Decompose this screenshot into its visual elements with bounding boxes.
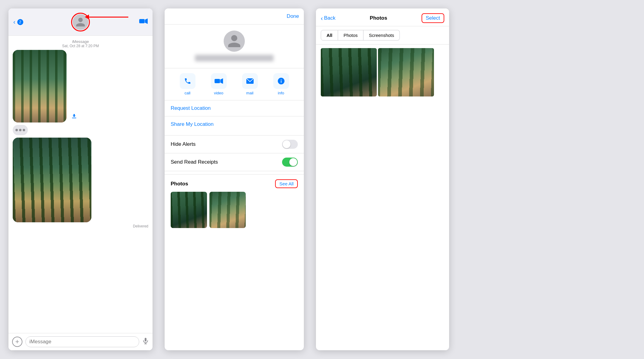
contact-info-area bbox=[165, 24, 304, 68]
back-chevron-icon-3: ‹ bbox=[321, 15, 323, 22]
request-location-item[interactable]: Request Location bbox=[165, 100, 304, 116]
photos-back-button[interactable]: ‹ Back bbox=[321, 15, 335, 22]
photos-gallery-panel: ‹ Back Photos Select All Photos Screensh… bbox=[316, 8, 449, 350]
done-button[interactable]: Done bbox=[287, 13, 299, 19]
contact-detail-header: Done bbox=[165, 8, 304, 24]
call-action-label: call bbox=[185, 91, 191, 95]
photo-thumbnail-2[interactable] bbox=[209, 192, 246, 228]
photos-section-title: Photos bbox=[171, 181, 188, 187]
gallery-grid bbox=[316, 44, 449, 100]
info-action-label: info bbox=[278, 91, 284, 95]
download-icon bbox=[71, 113, 77, 119]
message-image-1 bbox=[13, 50, 67, 122]
back-label-3: Back bbox=[324, 15, 336, 21]
call-action-button[interactable]: call bbox=[176, 73, 200, 95]
video-action-icon bbox=[215, 78, 223, 84]
settings-toggles: Hide Alerts Send Read Receipts bbox=[165, 135, 304, 171]
mail-action-label: mail bbox=[246, 91, 254, 95]
svg-rect-10 bbox=[281, 80, 281, 83]
forest-photo-2 bbox=[13, 138, 91, 222]
add-attachment-button[interactable]: + bbox=[12, 337, 22, 347]
photos-gallery-title: Photos bbox=[370, 15, 387, 21]
svg-rect-6 bbox=[215, 79, 220, 83]
svg-marker-7 bbox=[220, 78, 223, 84]
download-button[interactable] bbox=[69, 111, 79, 121]
mic-button[interactable] bbox=[142, 338, 149, 346]
typing-dot-1 bbox=[15, 129, 18, 131]
video-icon-wrap bbox=[211, 73, 227, 89]
mail-action-button[interactable]: mail bbox=[238, 73, 262, 95]
message-image-2 bbox=[13, 138, 91, 222]
video-action-label: video bbox=[214, 91, 223, 95]
photo-thumb-forest-2 bbox=[209, 192, 246, 228]
gallery-forest-photo-1 bbox=[321, 48, 377, 96]
mail-icon bbox=[246, 78, 254, 84]
arrow-to-avatar bbox=[85, 15, 128, 19]
hide-alerts-toggle[interactable] bbox=[282, 140, 298, 149]
imessage-panel: ‹ 2 iMessage Sat, Oc bbox=[8, 8, 153, 350]
send-read-receipts-row: Send Read Receipts bbox=[165, 153, 304, 171]
photos-section-header: Photos See All bbox=[171, 179, 298, 188]
contact-detail-panel: Done call video bbox=[165, 8, 304, 350]
back-chevron-icon: ‹ bbox=[13, 18, 15, 25]
hide-alerts-label: Hide Alerts bbox=[171, 141, 196, 147]
unread-badge: 2 bbox=[17, 19, 23, 25]
photo-thumbnail-1[interactable] bbox=[171, 192, 207, 228]
back-button[interactable]: ‹ 2 bbox=[13, 18, 23, 25]
forest-photo-1 bbox=[13, 50, 67, 122]
contact-detail-avatar bbox=[224, 31, 245, 52]
info-icon-wrap bbox=[273, 73, 289, 89]
photo-thumb-forest-1 bbox=[171, 192, 207, 228]
mail-icon-wrap bbox=[242, 73, 258, 89]
location-options: Request Location Share My Location bbox=[165, 100, 304, 132]
svg-rect-3 bbox=[145, 338, 146, 341]
share-location-item[interactable]: Share My Location bbox=[165, 116, 304, 132]
gallery-forest-photo-2 bbox=[378, 48, 434, 96]
see-all-button[interactable]: See All bbox=[275, 179, 298, 188]
imessage-header: ‹ 2 bbox=[8, 8, 153, 36]
video-icon bbox=[139, 18, 148, 24]
message-input[interactable] bbox=[25, 336, 139, 347]
hide-alerts-row: Hide Alerts bbox=[165, 135, 304, 153]
messages-scroll[interactable]: Delivered bbox=[8, 50, 153, 231]
messages-area: iMessage Sat, Oct 28 at 7:20 PM bbox=[8, 36, 153, 231]
send-read-receipts-label: Send Read Receipts bbox=[171, 159, 218, 165]
tab-screenshots[interactable]: Screenshots bbox=[363, 30, 400, 41]
svg-point-11 bbox=[281, 79, 281, 80]
message-image-row-1 bbox=[13, 50, 148, 122]
contact-actions: call video mail bbox=[165, 68, 304, 100]
person-icon bbox=[75, 17, 86, 28]
message-timestamp: iMessage Sat, Oct 28 at 7:20 PM bbox=[8, 36, 153, 50]
info-action-button[interactable]: info bbox=[269, 73, 293, 95]
video-call-button[interactable] bbox=[139, 18, 148, 26]
tab-photos[interactable]: Photos bbox=[338, 30, 363, 41]
photos-section: Photos See All bbox=[165, 174, 304, 233]
video-action-button[interactable]: video bbox=[207, 73, 231, 95]
typing-indicator bbox=[13, 125, 28, 135]
microphone-icon bbox=[142, 338, 149, 344]
typing-dot-3 bbox=[23, 129, 25, 131]
gallery-photo-2[interactable] bbox=[378, 48, 434, 96]
person-large-icon bbox=[227, 34, 242, 49]
delivered-status: Delivered bbox=[13, 224, 148, 231]
message-image-row-2: Delivered bbox=[13, 138, 148, 231]
info-icon bbox=[278, 77, 285, 85]
photos-thumbnails bbox=[171, 192, 298, 228]
contact-name-blurred bbox=[195, 55, 274, 61]
photos-gallery-header: ‹ Back Photos Select bbox=[316, 8, 449, 26]
typing-dot-2 bbox=[19, 129, 21, 131]
gallery-photo-1[interactable] bbox=[321, 48, 377, 96]
select-button[interactable]: Select bbox=[422, 13, 444, 23]
tab-all[interactable]: All bbox=[321, 30, 338, 41]
svg-marker-1 bbox=[145, 18, 148, 24]
message-input-bar: + bbox=[8, 333, 153, 350]
photos-tabs: All Photos Screenshots bbox=[316, 26, 449, 44]
call-icon-wrap bbox=[180, 73, 196, 89]
svg-rect-2 bbox=[72, 118, 76, 118]
svg-rect-0 bbox=[139, 19, 145, 23]
send-read-receipts-toggle[interactable] bbox=[282, 158, 298, 167]
phone-icon bbox=[184, 77, 191, 85]
